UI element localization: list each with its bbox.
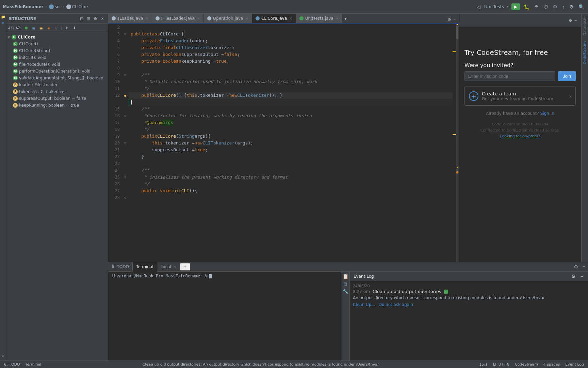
- tab-unittests[interactable]: UnitTests.java ✕: [296, 14, 343, 23]
- close-sidebar-button[interactable]: ✕: [100, 16, 105, 21]
- status-git[interactable]: CodeStream: [513, 362, 539, 367]
- tab-operation[interactable]: Operation.java ✕: [204, 14, 252, 23]
- list-item[interactable]: F keepRunning: boolean = true: [6, 102, 108, 109]
- btab-terminal[interactable]: Terminal: [133, 262, 157, 272]
- terminal-settings-button[interactable]: ⚙: [572, 264, 581, 270]
- profile-button[interactable]: ⏱: [542, 3, 549, 11]
- terminal-minimize-button[interactable]: −: [580, 264, 588, 269]
- btab-local[interactable]: Local ✕: [157, 262, 180, 272]
- event-log-action1[interactable]: 📋: [343, 274, 348, 279]
- list-item[interactable]: F loader: FilesLoader: [6, 81, 108, 88]
- status-indent[interactable]: 4 spaces: [542, 362, 561, 367]
- create-team-section[interactable]: + Create a team Get your dev team on Cod…: [464, 87, 576, 106]
- tab-more[interactable]: ▾: [342, 14, 349, 23]
- tab-close[interactable]: ✕: [145, 17, 148, 20]
- structure-icon[interactable]: ≡: [1, 21, 4, 25]
- tree-item-label: CLICore(String): [19, 48, 50, 53]
- debug-button[interactable]: 🐛: [523, 3, 530, 11]
- list-item[interactable]: F tokenizer: CLITokenizer: [6, 88, 108, 95]
- back-button[interactable]: ◁: [476, 3, 481, 11]
- signin-link[interactable]: Sign In: [540, 111, 554, 116]
- method-icon: M: [13, 55, 18, 60]
- status-todo[interactable]: 6: TODO: [3, 362, 21, 367]
- invite-code-input[interactable]: [464, 71, 555, 81]
- code-line: * @param args: [129, 119, 453, 126]
- search-button[interactable]: 🔍: [577, 3, 585, 11]
- fold-btn[interactable]: ▽: [122, 194, 129, 201]
- terminal[interactable]: thvardhan@MacBook-Pro MassFileRenamer %: [108, 272, 341, 361]
- code-line: public CLICore() { this.tokenizer = new …: [129, 92, 453, 99]
- join-button[interactable]: Join: [558, 71, 576, 81]
- btab-close[interactable]: ✕: [174, 265, 176, 269]
- database-tab[interactable]: Database: [582, 15, 588, 39]
- tab-sloader[interactable]: sLoader.java ✕: [108, 14, 152, 23]
- fold-btn[interactable]: ▽: [122, 72, 129, 78]
- tab-close[interactable]: ✕: [246, 17, 248, 20]
- show-properties-button[interactable]: ▽: [53, 25, 59, 31]
- create-team-info: Create a team Get your dev team on CodeS…: [482, 91, 553, 101]
- event-log-close[interactable]: −: [579, 273, 585, 280]
- status-encoding[interactable]: LF UTF-8: [492, 362, 511, 367]
- tree-root[interactable]: ▼ C CLICore: [6, 34, 108, 41]
- build-button[interactable]: ⚙: [552, 3, 558, 11]
- coverage-button[interactable]: ☂: [533, 3, 540, 11]
- breadcrumb-src[interactable]: src: [49, 4, 61, 9]
- code-lines[interactable]: public class CLICore { private FilesLoad…: [129, 24, 453, 262]
- event-log-title: Event Log: [354, 274, 374, 279]
- expand-all-button[interactable]: ⊞: [86, 16, 91, 21]
- breadcrumb-class[interactable]: CLICore: [66, 4, 88, 9]
- tab-close[interactable]: ✕: [336, 17, 339, 20]
- add-terminal-button[interactable]: +: [180, 263, 190, 271]
- list-item[interactable]: M validateArguments(int, String[]): bool…: [6, 75, 108, 81]
- fold-btn[interactable]: ▽: [122, 174, 129, 181]
- list-item[interactable]: C CLICore(): [6, 41, 108, 47]
- codestream-minimize[interactable]: −: [573, 17, 578, 24]
- codestream-settings[interactable]: ⚙: [568, 17, 573, 24]
- list-item[interactable]: M fileProcedure(): void: [6, 61, 108, 68]
- settings-icon[interactable]: ⚙: [93, 16, 98, 21]
- tab-close[interactable]: ✕: [289, 17, 292, 20]
- collapse-tree-button[interactable]: ⬇: [71, 25, 77, 31]
- btab-todo[interactable]: 6: TODO: [108, 262, 133, 272]
- status-terminal[interactable]: Terminal: [24, 362, 43, 367]
- favorites-icon[interactable]: ★: [1, 354, 4, 358]
- tab-ifiles[interactable]: IFilesLoader.java ✕: [152, 14, 204, 23]
- cleanup-link[interactable]: Clean Up...: [353, 302, 375, 307]
- list-item[interactable]: M CLICore(String): [6, 47, 108, 54]
- expand-tree-button[interactable]: ⬆: [64, 25, 70, 31]
- list-item[interactable]: M initCLI(): void: [6, 54, 108, 61]
- fold-btn[interactable]: ▽: [122, 140, 129, 147]
- collapse-all-button[interactable]: ⊟: [79, 16, 84, 21]
- event-log-action3[interactable]: 🔧: [343, 289, 348, 294]
- list-item[interactable]: F suppressOutput: boolean = false: [6, 95, 108, 102]
- structure-toolbar: AZ↓ AZ↑ ⬢ ◉ ◉ ◈ ▽ ⬆ ⬇: [6, 24, 108, 32]
- event-log-action2[interactable]: 🗑: [343, 281, 348, 287]
- sort-alpha-button[interactable]: AZ↓: [8, 25, 14, 31]
- fold-btn[interactable]: ▽: [122, 112, 129, 119]
- code-line: */: [129, 126, 453, 133]
- fold-btn[interactable]: ▽: [122, 31, 129, 37]
- codestream-panel: ⚙ − Try CodeStream, for free Were you in…: [459, 14, 581, 262]
- settings-editor-button[interactable]: ⚙: [446, 16, 452, 23]
- show-inherited-button[interactable]: ⬢: [23, 25, 29, 31]
- on-prem-link[interactable]: Looking for on-prem?: [500, 134, 540, 138]
- sort-type-button[interactable]: AZ↑: [16, 25, 22, 31]
- project-icon[interactable]: 📁: [1, 15, 5, 19]
- tab-close[interactable]: ✕: [197, 17, 200, 20]
- show-constructors-button[interactable]: ◈: [46, 25, 52, 31]
- show-fields-button[interactable]: ◉: [31, 25, 37, 31]
- show-methods-button[interactable]: ◉: [38, 25, 44, 31]
- list-item[interactable]: M performOperation(Operation): void: [6, 68, 108, 75]
- minimize-editor-button[interactable]: −: [452, 16, 457, 23]
- vcs-button[interactable]: ↕: [561, 3, 566, 11]
- status-line-col[interactable]: 15:1: [478, 362, 489, 367]
- tab-clicore[interactable]: CLICore.java ✕: [252, 14, 296, 23]
- code-line: * Constructor for testing, works by read…: [129, 112, 453, 119]
- no-ask-link[interactable]: Do not ask again: [379, 302, 413, 307]
- run-button[interactable]: ▶: [511, 3, 520, 10]
- status-event-log[interactable]: Event Log: [564, 362, 585, 367]
- event-log-settings[interactable]: ⚙: [570, 273, 577, 280]
- settings-button[interactable]: ⚙: [568, 3, 575, 11]
- scrollbar[interactable]: [456, 24, 459, 262]
- codestream-tab[interactable]: CodeStream: [582, 39, 588, 67]
